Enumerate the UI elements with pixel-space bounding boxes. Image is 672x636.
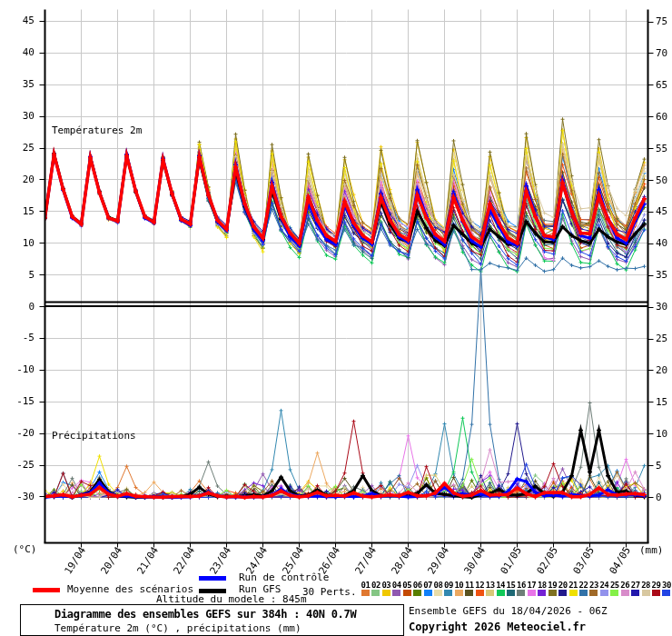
pert-color-swatch bbox=[600, 590, 608, 596]
temp-axis-unit: (°C) bbox=[13, 543, 37, 555]
precip-tick-label: 70 bbox=[656, 47, 667, 59]
precip-tick-label: 0 bbox=[656, 492, 662, 503]
temp-tick-label: -5 bbox=[4, 332, 35, 343]
temp-tick-label: 20 bbox=[4, 174, 35, 185]
pert-color-swatch bbox=[382, 590, 390, 596]
precip-tick-label: 75 bbox=[656, 15, 667, 27]
temp-tick-label: -10 bbox=[4, 363, 35, 375]
pert-number: 01 bbox=[361, 581, 371, 590]
temp-tick-label: 5 bbox=[4, 269, 35, 281]
pert-number: 30 bbox=[661, 581, 672, 590]
legend-control-label: Run de contrôle bbox=[239, 571, 329, 583]
temp-tick-label: 0 bbox=[4, 301, 35, 313]
temp-tick-label: 25 bbox=[4, 142, 35, 154]
temp-tick-label: -15 bbox=[4, 395, 35, 407]
chart-subtitle: Température 2m (°C) , précipitations (mm… bbox=[54, 622, 301, 634]
precipitation-panel-label: Précipitations bbox=[52, 430, 136, 442]
pert-color-swatch bbox=[569, 590, 578, 596]
temp-tick-label: -30 bbox=[4, 491, 35, 502]
precip-tick-label: 25 bbox=[656, 333, 667, 344]
pert-number: 24 bbox=[598, 581, 609, 590]
pert-number: 19 bbox=[547, 581, 558, 590]
precip-tick-label: 20 bbox=[656, 364, 667, 376]
temp-tick-label: 35 bbox=[4, 78, 35, 90]
chart-title: Diagramme des ensembles GEFS sur 384h : … bbox=[54, 608, 356, 621]
legend-control-line-sample bbox=[199, 576, 226, 581]
pert-number: 14 bbox=[495, 581, 506, 590]
pert-color-swatch bbox=[371, 590, 380, 596]
pert-number: 06 bbox=[412, 581, 423, 590]
pert-color-swatch bbox=[558, 590, 567, 596]
precip-tick-label: 5 bbox=[656, 460, 662, 472]
precip-tick-label: 65 bbox=[656, 79, 667, 91]
pert-number: 05 bbox=[401, 581, 412, 590]
gefs-ensemble-diagram: Températures 2m Précipitations (°C) (mm)… bbox=[0, 0, 672, 636]
precip-tick-label: 55 bbox=[656, 143, 667, 154]
temp-tick-label: -20 bbox=[4, 427, 35, 439]
pert-number: 09 bbox=[443, 581, 454, 590]
pert-number: 23 bbox=[588, 581, 599, 590]
precip-tick-label: 35 bbox=[656, 269, 667, 281]
pert-number: 28 bbox=[640, 581, 651, 590]
temp-tick-label: 15 bbox=[4, 205, 35, 217]
legend-perts-label: 30 Perts. bbox=[302, 586, 357, 598]
ensemble-plot-canvas bbox=[0, 0, 672, 636]
pert-color-swatch bbox=[579, 590, 588, 596]
pert-number: 16 bbox=[516, 581, 527, 590]
legend-mean-line-sample bbox=[33, 588, 60, 592]
precip-tick-label: 50 bbox=[656, 174, 667, 186]
pert-number: 07 bbox=[422, 581, 433, 590]
pert-number: 17 bbox=[526, 581, 537, 590]
pert-color-swatch bbox=[497, 590, 505, 596]
copyright-label: Copyright 2026 Meteociel.fr bbox=[409, 621, 586, 633]
pert-number: 08 bbox=[433, 581, 444, 590]
precip-axis-unit: (mm) bbox=[639, 544, 664, 556]
pert-color-swatch bbox=[465, 590, 473, 596]
pert-color-swatch bbox=[631, 590, 639, 596]
pert-color-swatch bbox=[392, 590, 400, 596]
precip-tick-label: 40 bbox=[656, 237, 667, 249]
precip-tick-label: 45 bbox=[656, 205, 667, 217]
precip-tick-label: 30 bbox=[656, 301, 667, 313]
pert-number: 25 bbox=[609, 581, 620, 590]
pert-number: 02 bbox=[371, 581, 381, 590]
temp-tick-label: 40 bbox=[4, 46, 35, 58]
pert-color-swatch bbox=[652, 590, 660, 596]
pert-color-swatch bbox=[434, 590, 442, 596]
pert-color-swatch bbox=[610, 590, 618, 596]
pert-color-swatch bbox=[476, 590, 484, 596]
pert-color-swatch bbox=[413, 590, 421, 596]
pert-number: 13 bbox=[485, 581, 496, 590]
pert-color-swatch bbox=[361, 590, 370, 596]
pert-number: 21 bbox=[568, 581, 578, 590]
precip-tick-label: 10 bbox=[656, 428, 667, 440]
temp-tick-label: -25 bbox=[4, 459, 35, 471]
pert-number: 10 bbox=[453, 581, 464, 590]
temperature-panel-label: Températures 2m bbox=[52, 124, 142, 136]
pert-color-swatch bbox=[528, 590, 536, 596]
pert-color-swatch bbox=[455, 590, 463, 596]
precip-tick-label: 60 bbox=[656, 111, 667, 123]
pert-number: 18 bbox=[537, 581, 548, 590]
pert-color-swatch bbox=[507, 590, 515, 596]
pert-number: 29 bbox=[651, 581, 662, 590]
pert-color-swatch bbox=[486, 590, 494, 596]
pert-color-swatch bbox=[403, 590, 411, 596]
pert-number: 11 bbox=[464, 581, 475, 590]
pert-color-swatch bbox=[424, 590, 432, 596]
pert-number: 04 bbox=[391, 581, 402, 590]
pert-color-swatch bbox=[548, 590, 557, 596]
pert-color-swatch bbox=[662, 590, 670, 596]
pert-color-swatch bbox=[517, 590, 525, 596]
pert-number: 22 bbox=[578, 581, 589, 590]
pert-color-swatch bbox=[538, 590, 546, 596]
pert-color-swatch bbox=[642, 590, 650, 596]
pert-color-swatch bbox=[444, 590, 452, 596]
temp-tick-label: 30 bbox=[4, 110, 35, 122]
chart-title-box: Diagramme des ensembles GEFS sur 384h : … bbox=[20, 604, 404, 636]
pert-number: 12 bbox=[474, 581, 485, 590]
pert-color-swatch bbox=[621, 590, 629, 596]
run-info-label: Ensemble GEFS du 18/04/2026 - 06Z bbox=[409, 605, 608, 617]
pert-number: 26 bbox=[619, 581, 630, 590]
temp-tick-label: 10 bbox=[4, 237, 35, 249]
